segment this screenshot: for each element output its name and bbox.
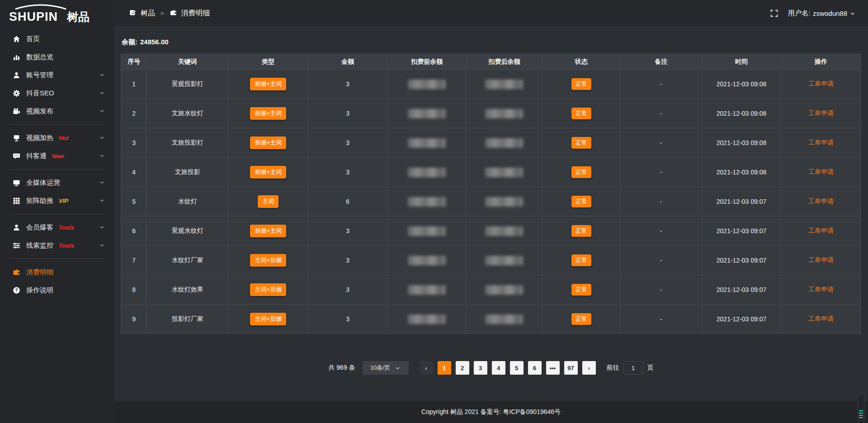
time-cell: 2021-12-03 09:07	[702, 305, 781, 334]
svg-text:?: ?	[15, 287, 18, 293]
sidebar-item-wallet[interactable]: 消费明细	[0, 263, 114, 281]
time-cell: 2021-12-03 09:07	[702, 216, 781, 246]
column-header: 扣费后余额	[467, 54, 542, 70]
ticket-apply-link[interactable]: 工单申请	[808, 286, 834, 293]
grid-icon	[13, 197, 20, 205]
masked-balance-before	[408, 197, 446, 207]
sidebar-item-chat[interactable]: 抖客通New	[0, 147, 114, 165]
sidebar-item-grid[interactable]: 矩阵助推VIP	[0, 192, 114, 210]
person-icon	[13, 224, 20, 231]
sidebar-item-person[interactable]: 会员爆客Tools	[0, 218, 114, 236]
prev-page-button[interactable]: ‹	[420, 361, 433, 375]
page-button-2[interactable]: 2	[456, 361, 469, 375]
sidebar-item-label: 数据总览	[26, 53, 53, 61]
page-button-4[interactable]: 4	[492, 361, 505, 375]
page-button-3[interactable]: 3	[474, 361, 487, 375]
keyword-cell: 景观投影灯	[147, 70, 228, 99]
sidebar-item-label: 线索监控	[26, 241, 53, 250]
goto-page-input[interactable]	[623, 361, 643, 375]
sidebar-item-home[interactable]: 首页	[0, 30, 114, 48]
sidebar-item-user[interactable]: 账号管理	[0, 66, 114, 84]
sidebar-divider	[9, 169, 105, 169]
time-cell: 2021-12-03 09:08	[702, 99, 781, 128]
sidebar-item-label: 首页	[26, 35, 40, 43]
balance-after-cell	[467, 216, 542, 246]
status-cell: 正常	[542, 187, 621, 216]
status-badge: 正常	[571, 284, 591, 296]
page-size-select[interactable]: 10条/页	[363, 361, 409, 375]
page-button-1[interactable]: 1	[438, 361, 451, 375]
sidebar-item-gear[interactable]: 抖音SEO	[0, 84, 114, 102]
user-menu[interactable]: 用户名: zswodun88	[788, 9, 855, 18]
type-badge: 前缀+主词	[250, 136, 286, 149]
next-page-button[interactable]: ›	[582, 361, 596, 375]
index-cell: 5	[121, 187, 147, 216]
action-cell: 工单申请	[781, 187, 861, 216]
masked-balance-before	[408, 256, 446, 265]
sidebar-item-label: 账号管理	[26, 71, 53, 80]
column-header: 序号	[121, 54, 147, 70]
action-cell: 工单申请	[781, 70, 861, 99]
sidebar-divider	[9, 124, 105, 125]
masked-balance-after	[485, 138, 523, 148]
status-badge: 正常	[571, 108, 591, 119]
sidebar-divider	[9, 214, 105, 214]
type-badge: 前缀+主词	[250, 166, 286, 179]
ticket-apply-link[interactable]: 工单申请	[808, 227, 834, 234]
balance-before-cell	[387, 275, 467, 305]
ticket-apply-link[interactable]: 工单申请	[808, 139, 834, 146]
masked-balance-after	[485, 168, 523, 177]
type-cell: 前缀+主词	[228, 216, 308, 246]
amount-cell: 3	[308, 158, 387, 187]
table-row: 3文旅投影灯前缀+主词3正常-2021-12-03 09:08工单申请	[121, 128, 861, 158]
sidebar-item-heat[interactable]: 视频加热Hot	[0, 129, 114, 147]
wallet-icon	[13, 268, 20, 276]
ticket-apply-link[interactable]: 工单申请	[808, 80, 834, 87]
sidebar-item-question[interactable]: ?操作说明	[0, 281, 114, 299]
masked-balance-after	[485, 285, 523, 295]
remark-cell: -	[620, 246, 702, 275]
status-cell: 正常	[542, 128, 621, 158]
goto-label: 前往	[607, 364, 619, 372]
sidebar-item-sliders[interactable]: 线索监控Tools	[0, 236, 114, 254]
index-cell: 9	[121, 305, 147, 334]
balance-summary: 余额:24856.00	[121, 34, 861, 54]
sidebar-item-monitor[interactable]: 全媒体运营	[0, 174, 114, 192]
sidebar-item-chart[interactable]: 数据总览	[0, 48, 114, 66]
ticket-apply-link[interactable]: 工单申请	[808, 168, 834, 175]
page-button-5[interactable]: 5	[510, 361, 524, 375]
time-cell: 2021-12-03 09:07	[702, 275, 781, 305]
ticket-apply-link[interactable]: 工单申请	[808, 109, 834, 117]
sidebar-item-video[interactable]: 视频发布	[0, 102, 114, 120]
ticket-apply-link[interactable]: 工单申请	[808, 315, 834, 322]
ticket-apply-link[interactable]: 工单申请	[808, 256, 834, 263]
keyword-cell: 投影灯厂家	[147, 305, 228, 334]
chevron-down-icon	[850, 11, 855, 16]
status-badge: 正常	[571, 166, 591, 178]
masked-balance-before	[408, 109, 446, 118]
sidebar-item-label: 全媒体运营	[26, 179, 60, 187]
action-cell: 工单申请	[781, 216, 861, 246]
masked-balance-after	[485, 80, 523, 89]
index-cell: 6	[121, 216, 147, 246]
breadcrumb: 树品 > 消费明细	[129, 9, 210, 18]
main-column: 树品 > 消费明细 用户名: zswodun88 余额:24	[114, 0, 868, 423]
status-cell: 正常	[542, 275, 621, 305]
page-button-6[interactable]: 6	[528, 361, 542, 375]
balance-after-cell	[467, 158, 542, 187]
sidebar-item-label: 抖客通	[26, 152, 47, 160]
scrollbar-widget[interactable]	[858, 394, 864, 421]
type-cell: 主词	[228, 187, 308, 216]
fullscreen-icon[interactable]	[770, 9, 778, 17]
breadcrumb-current: 消费明细	[181, 9, 210, 18]
balance-after-cell	[467, 275, 542, 305]
balance-value: 24856.00	[140, 38, 169, 46]
chevron-down-icon	[99, 179, 105, 187]
ticket-apply-link[interactable]: 工单申请	[808, 197, 834, 205]
sidebar-item-label: 抖音SEO	[26, 89, 54, 98]
pagination-ellipsis[interactable]: •••	[546, 361, 560, 375]
page-button-97[interactable]: 97	[564, 361, 578, 375]
masked-balance-before	[408, 285, 446, 295]
breadcrumb-root[interactable]: 树品	[141, 9, 155, 18]
balance-after-cell	[467, 70, 542, 99]
